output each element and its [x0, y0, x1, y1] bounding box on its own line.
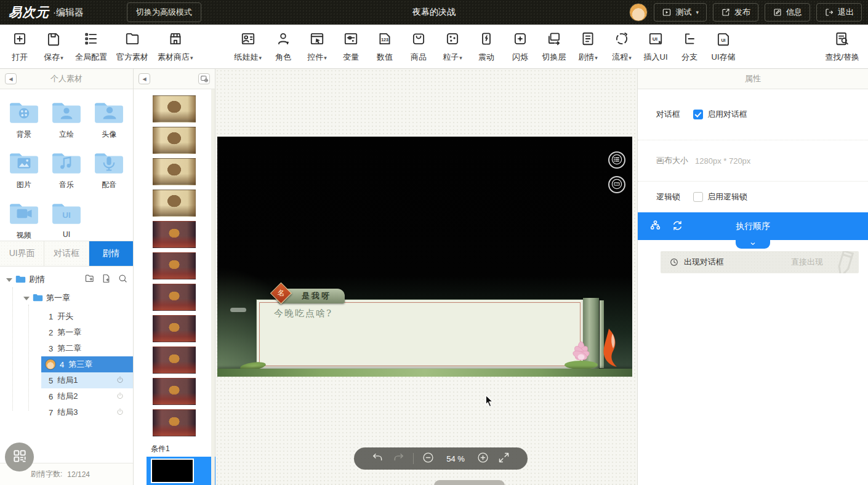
- zoom-out-icon[interactable]: [422, 451, 435, 466]
- tree-item-1[interactable]: 1开头: [41, 308, 133, 324]
- toolbar-character[interactable]: 角色: [271, 31, 295, 63]
- toolbar-open[interactable]: 打开: [7, 31, 32, 63]
- search-icon[interactable]: [118, 273, 128, 286]
- tree-item-5[interactable]: 5结局1: [41, 372, 133, 388]
- toolbar-save[interactable]: 保存▾: [41, 31, 66, 63]
- topbar-info-button[interactable]: 信息: [765, 3, 810, 22]
- strip-header: ◀: [134, 69, 215, 89]
- undo-icon[interactable]: [371, 451, 384, 466]
- scene-thumbnail[interactable]: [153, 347, 196, 374]
- toolbar-ui-storage[interactable]: UIUI存储: [711, 31, 736, 63]
- tree-item-2[interactable]: 2第一章: [41, 324, 133, 340]
- widget-icon: [309, 31, 325, 49]
- add-file-icon[interactable]: [101, 273, 111, 286]
- dropdown-arrow-icon: ▾: [190, 55, 193, 61]
- power-toggle-icon[interactable]: [116, 407, 124, 418]
- game-menu-button[interactable]: [608, 151, 625, 169]
- toolbar-shake[interactable]: 震动: [474, 31, 499, 63]
- execution-order-bar: 执行顺序: [638, 212, 868, 240]
- toolbar-variables[interactable]: 变量: [339, 31, 363, 63]
- topbar-exit-button[interactable]: 退出: [816, 3, 862, 22]
- fit-screen-icon[interactable]: [497, 451, 510, 466]
- flow-icon: [614, 31, 630, 49]
- particle-icon: [444, 31, 460, 49]
- config-icon: [83, 31, 99, 49]
- collapse-execution-tab[interactable]: [736, 240, 770, 249]
- tree-item-6[interactable]: 6结局2: [41, 388, 133, 404]
- zoom-in-icon[interactable]: [476, 451, 489, 466]
- scene-thumbnail[interactable]: [153, 409, 196, 436]
- tree-root-label: 剧情: [29, 274, 45, 285]
- enable-dialog-checkbox[interactable]: [693, 110, 703, 119]
- execution-step-row[interactable]: 出现对话框 直接出现: [661, 251, 859, 273]
- power-toggle-icon[interactable]: [116, 391, 124, 402]
- toolbar-flash[interactable]: 闪烁: [508, 31, 532, 63]
- toolbar-widgets[interactable]: 控件▾: [305, 31, 329, 63]
- toolbar-official-assets[interactable]: 官方素材: [116, 31, 148, 63]
- properties-panel: 属性 对话框 启用对话框 画布大小 1280px * 720px 逻辑锁 启用逻…: [637, 69, 868, 485]
- material-folder-image[interactable]: 图片: [2, 150, 45, 190]
- strip-scrollbar[interactable]: [211, 89, 215, 485]
- qr-code-button[interactable]: [5, 443, 34, 471]
- tree-guide-line: [28, 305, 29, 411]
- redo-icon[interactable]: [392, 451, 405, 466]
- toolbar-global-config[interactable]: 全局配置: [75, 31, 107, 63]
- dialogue-box[interactable]: 今晚吃点啥?: [257, 300, 583, 369]
- material-folder-video[interactable]: 视频: [2, 200, 45, 241]
- tab-对话框[interactable]: 对话框: [44, 241, 89, 266]
- game-preview[interactable]: LOG 今晚吃点啥? 是我呀 名: [217, 137, 632, 377]
- collapse-panel-button[interactable]: ◀: [5, 73, 17, 84]
- toolbar-goods[interactable]: 商品: [406, 31, 431, 63]
- material-folder-music[interactable]: 音乐: [45, 150, 87, 190]
- add-scene-button[interactable]: [198, 73, 210, 84]
- toolbar-switch-layer[interactable]: 切换层: [542, 31, 566, 63]
- add-folder-icon[interactable]: [84, 273, 95, 286]
- toolbar-asset-store[interactable]: 素材商店▾: [158, 31, 193, 63]
- tree-chapter-row[interactable]: 第一章: [0, 290, 133, 306]
- topbar-action-label: 信息: [786, 7, 802, 18]
- tree-item-3[interactable]: 3第二章: [41, 340, 133, 356]
- switch-advanced-mode-button[interactable]: 切换为高级模式: [127, 2, 201, 22]
- scene-thumbnail[interactable]: [153, 315, 196, 342]
- toolbar-insert-ui[interactable]: UI插入UI: [643, 31, 668, 63]
- topbar-test-button[interactable]: 测试▾: [654, 3, 707, 22]
- toolbar-plot[interactable]: 剧情▾: [576, 31, 600, 63]
- tree-root-row[interactable]: 剧情: [0, 271, 133, 287]
- scene-thumbnail[interactable]: [153, 190, 196, 217]
- collapse-strip-button[interactable]: ◀: [139, 73, 150, 84]
- toolbar-numeric[interactable]: 123数值: [372, 31, 397, 63]
- toolbar-particles[interactable]: 粒子▾: [440, 31, 465, 63]
- tree-item-7[interactable]: 7结局3: [41, 404, 133, 420]
- material-folder-person[interactable]: 立绘: [45, 99, 87, 140]
- user-avatar[interactable]: [629, 3, 648, 22]
- material-folder-film[interactable]: 背景: [2, 99, 45, 140]
- scene-thumbnail[interactable]: [153, 252, 196, 279]
- toolbar-branch[interactable]: 分支: [677, 31, 702, 63]
- enable-logic-lock-checkbox[interactable]: [693, 192, 703, 202]
- scene-thumbnail[interactable]: [153, 95, 196, 122]
- hidden-toolbar-edge: [434, 480, 505, 485]
- tree-item-4[interactable]: 4第三章: [41, 356, 133, 372]
- material-folder-ui[interactable]: UIUI: [45, 200, 87, 241]
- enable-dialog-label: 启用对话框: [707, 109, 747, 120]
- material-folder-mic[interactable]: 配音: [88, 150, 131, 190]
- topbar-publish-button[interactable]: 发布: [713, 3, 758, 22]
- scene-thumbnail[interactable]: [153, 221, 196, 248]
- toolbar-label: 数值: [377, 52, 393, 63]
- topbar-actions: 测试▾发布信息退出: [629, 3, 862, 22]
- toolbar-flow[interactable]: 流程▾: [609, 31, 634, 63]
- scene-thumbnail[interactable]: [153, 158, 196, 185]
- game-log-button[interactable]: LOG: [608, 176, 625, 193]
- scene-thumbnail[interactable]: [153, 284, 196, 311]
- scene-thumbnail[interactable]: [153, 127, 196, 154]
- toolbar-find-replace[interactable]: 查找/替换: [825, 31, 859, 63]
- tab-剧情[interactable]: 剧情: [89, 241, 133, 266]
- material-folder-bust[interactable]: 头像: [88, 99, 131, 140]
- tab-UI界面[interactable]: UI界面: [0, 241, 44, 266]
- scene-thumbnail[interactable]: [153, 378, 196, 405]
- selected-scene-item[interactable]: [147, 457, 215, 485]
- tree-item-number: 6: [49, 392, 53, 401]
- power-toggle-icon[interactable]: [116, 375, 124, 386]
- script-icon: [580, 31, 596, 49]
- toolbar-paper-doll[interactable]: 纸娃娃▾: [235, 31, 262, 63]
